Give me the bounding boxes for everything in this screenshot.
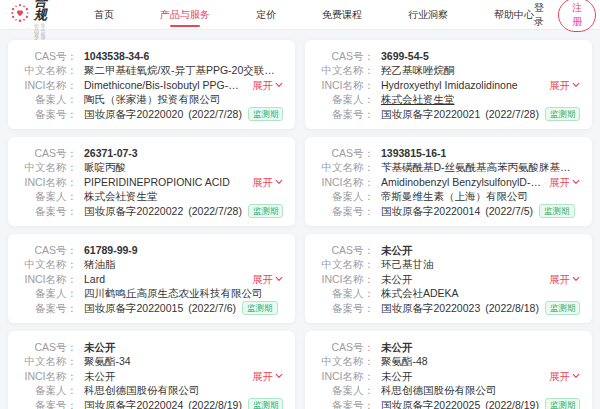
reg-label: 备案号： — [317, 107, 374, 121]
filer-row: 备案人： 株式会社ADEKA — [317, 286, 580, 300]
monitoring-period-badge: 监测期 — [248, 398, 283, 409]
reg-date-value: (2022/7/6) — [188, 301, 236, 315]
filer-value[interactable]: 陶氏（张家港）投资有限公司 — [84, 92, 221, 106]
expand-label: 展开 — [252, 175, 273, 189]
filer-value[interactable]: 株式会社资生堂 — [84, 189, 158, 203]
cn-name-value: 苄基磺酰基D-丝氨酰基高苯丙氨酸脒基苄胺乙酸盐 — [381, 160, 580, 174]
reg-label: 备案号： — [317, 204, 374, 218]
reg-number-value: 国妆原备字20220020 — [84, 107, 183, 121]
chevron-down-icon — [572, 275, 580, 283]
main-nav: 首页产品与服务定价免费课程行业洞察帮助中心 — [48, 0, 534, 30]
cn-name-row: 中文名称： 环己基甘油 — [317, 257, 580, 271]
inci-value: PIPERIDINEPROPIONIC ACID — [84, 175, 244, 189]
login-link[interactable]: 登录 — [534, 1, 544, 29]
cn-name-row: 中文名称： 哌啶丙酸 — [20, 160, 283, 174]
filer-label: 备案人： — [317, 92, 374, 106]
auth-area: 登录 注册 — [534, 0, 596, 32]
filer-row: 备案人： 四川鹤鸣丘高原生态农业科技有限公司 — [20, 286, 283, 300]
cas-value: 1393815-16-1 — [381, 146, 446, 160]
filer-value[interactable]: 帝斯曼维生素（上海）有限公司 — [381, 189, 528, 203]
expand-link[interactable]: 展开 — [549, 78, 580, 92]
ingredient-card: CAS号： 1043538-34-6 中文名称： 聚二甲基硅氧烷/双-异丁基PP… — [8, 40, 295, 129]
inci-value: Dimethicone/Bis-Isobutyl PPG-20 Crosspol… — [84, 78, 244, 92]
chevron-down-icon — [275, 81, 283, 89]
reg-label: 备案号： — [20, 204, 77, 218]
expand-link[interactable]: 展开 — [549, 175, 580, 189]
monitoring-period-badge: 监测期 — [242, 301, 278, 315]
cn-name-label: 中文名称： — [317, 257, 374, 271]
monitoring-period-badge: 监测期 — [545, 301, 580, 315]
nav-item-2[interactable]: 定价 — [256, 0, 276, 30]
reg-date-value: (2022/7/28) — [485, 107, 539, 121]
cn-name-row: 中文名称： 聚氨酯-34 — [20, 354, 283, 368]
reg-row: 备案号： 国妆原备字20220025 (2022/8/19) 监测期 — [317, 398, 580, 409]
filer-value[interactable]: 科思创德国股份有限公司 — [381, 383, 497, 397]
inci-label: INCI名称： — [317, 78, 374, 92]
inci-label: INCI名称： — [317, 369, 374, 383]
cas-value: 26371-07-3 — [84, 146, 138, 160]
inci-row: INCI名称： Dimethicone/Bis-Isobutyl PPG-20 … — [20, 78, 283, 92]
cn-name-row: 中文名称： 聚二甲基硅氧烷/双-异丁基PPG-20交联聚合物 — [20, 63, 283, 77]
reg-row: 备案号： 国妆原备字20220015 (2022/7/6) 监测期 — [20, 301, 283, 315]
cn-name-label: 中文名称： — [20, 63, 77, 77]
reg-label: 备案号： — [317, 398, 374, 409]
expand-link[interactable]: 展开 — [252, 272, 283, 286]
monitoring-period-badge: 监测期 — [545, 107, 580, 121]
monitoring-period-badge: 监测期 — [248, 204, 283, 218]
cas-row: CAS号： 未公开 — [317, 243, 580, 257]
nav-item-3[interactable]: 免费课程 — [322, 0, 362, 30]
ingredient-card: CAS号： 3699-54-5 中文名称： 羟乙基咪唑烷酮 INCI名称： Hy… — [305, 40, 592, 129]
reg-label: 备案号： — [20, 398, 77, 409]
cn-name-value: 聚二甲基硅氧烷/双-异丁基PPG-20交联聚合物 — [84, 63, 283, 77]
filer-value[interactable]: 四川鹤鸣丘高原生态农业科技有限公司 — [84, 286, 263, 300]
ingredient-card: CAS号： 1393815-16-1 中文名称： 苄基磺酰基D-丝氨酰基高苯丙氨… — [305, 137, 592, 226]
inci-row: INCI名称： 未公开 展开 — [20, 369, 283, 383]
nav-item-0[interactable]: 首页 — [94, 0, 114, 30]
cn-name-value: 聚氨酯-34 — [84, 354, 131, 368]
cas-label: CAS号： — [20, 243, 77, 257]
chevron-down-icon — [572, 372, 580, 380]
inci-value: Amidinobenzyl BenzylsulfonylD-SerylHomop… — [381, 175, 541, 189]
register-button[interactable]: 注册 — [558, 0, 596, 32]
filer-row: 备案人： 帝斯曼维生素（上海）有限公司 — [317, 189, 580, 203]
reg-date-value: (2022/7/28) — [188, 107, 242, 121]
chevron-down-icon — [275, 178, 283, 186]
nav-item-1[interactable]: 产品与服务 — [160, 0, 210, 30]
reg-number-value: 国妆原备字20220023 — [381, 301, 480, 315]
ingredient-card: CAS号： 26371-07-3 中文名称： 哌啶丙酸 INCI名称： PIPE… — [8, 137, 295, 226]
reg-date-value: (2022/7/28) — [188, 204, 242, 218]
reg-date-value: (2022/8/19) — [485, 398, 539, 409]
reg-label: 备案号： — [20, 301, 77, 315]
expand-link[interactable]: 展开 — [549, 272, 580, 286]
reg-label: 备案号： — [317, 301, 374, 315]
filer-value[interactable]: 株式会社ADEKA — [381, 286, 459, 300]
inci-row: INCI名称： 未公开 展开 — [317, 272, 580, 286]
reg-date-value: (2022/8/19) — [188, 398, 242, 409]
expand-link[interactable]: 展开 — [252, 78, 283, 92]
cas-row: CAS号： 未公开 — [317, 340, 580, 354]
inci-label: INCI名称： — [317, 272, 374, 286]
cn-name-label: 中文名称： — [317, 160, 374, 174]
expand-link[interactable]: 展开 — [252, 175, 283, 189]
cn-name-label: 中文名称： — [20, 160, 77, 174]
expand-link[interactable]: 展开 — [549, 369, 580, 383]
filer-label: 备案人： — [20, 92, 77, 106]
cn-name-value: 猪油脂 — [84, 257, 116, 271]
chevron-down-icon — [275, 275, 283, 283]
ingredient-card: CAS号： 未公开 中文名称： 聚氨酯-34 INCI名称： 未公开 展开 备案… — [8, 331, 295, 409]
filer-label: 备案人： — [20, 383, 77, 397]
inci-row: INCI名称： 未公开 展开 — [317, 369, 580, 383]
filer-value[interactable]: 科思创德国股份有限公司 — [84, 383, 200, 397]
expand-label: 展开 — [252, 78, 273, 92]
monitoring-period-badge: 监测期 — [248, 107, 283, 121]
expand-link[interactable]: 展开 — [252, 369, 283, 383]
filer-row: 备案人： 科思创德国股份有限公司 — [317, 383, 580, 397]
cas-value: 1043538-34-6 — [84, 49, 149, 63]
nav-item-4[interactable]: 行业洞察 — [408, 0, 448, 30]
filer-value[interactable]: 株式会社资生堂 — [381, 92, 455, 106]
cn-name-value: 环己基甘油 — [381, 257, 434, 271]
nav-item-5[interactable]: 帮助中心 — [494, 0, 534, 30]
reg-label: 备案号： — [20, 107, 77, 121]
cn-name-value: 聚氨酯-48 — [381, 354, 428, 368]
cn-name-label: 中文名称： — [317, 354, 374, 368]
